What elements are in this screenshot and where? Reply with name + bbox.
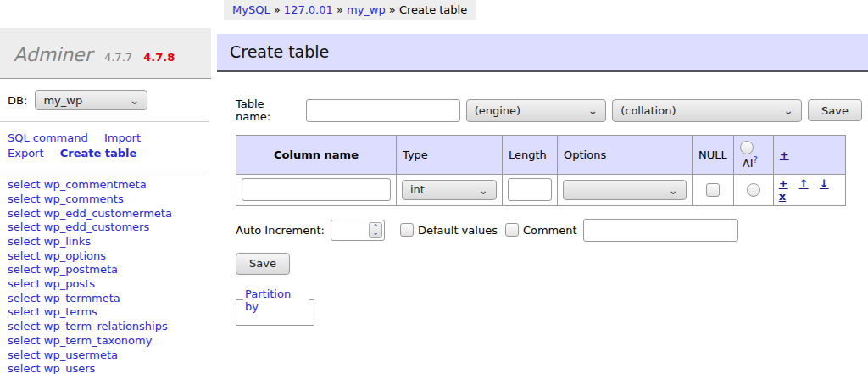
list-item: select wp_links xyxy=(8,235,217,249)
select-table-link[interactable]: select xyxy=(8,193,41,205)
header-null: NULL xyxy=(693,136,734,175)
chevron-down-icon: ⌄ xyxy=(668,186,678,194)
list-item: select wp_commentmeta xyxy=(8,178,217,193)
db-select-value: my_wp xyxy=(43,94,82,107)
default-values-checkbox[interactable] xyxy=(400,223,414,237)
list-item: select wp_terms xyxy=(8,305,217,320)
table-link[interactable]: wp_usermeta xyxy=(44,349,118,361)
table-list: select wp_commentmetaselect wp_commentss… xyxy=(0,178,217,374)
db-selector-row: DB: my_wp ⌄ xyxy=(0,79,209,122)
partition-fieldset: Partition by xyxy=(236,287,314,326)
header-options: Options xyxy=(558,136,693,175)
list-item: select wp_postmeta xyxy=(8,263,217,277)
breadcrumb-item[interactable]: my_wp xyxy=(347,3,386,16)
auto-increment-row: Auto Increment: ⌃ ⌄ Default values Comme… xyxy=(236,219,868,242)
column-name-input[interactable] xyxy=(242,178,391,201)
list-item: select wp_posts xyxy=(8,277,217,292)
table-link[interactable]: wp_users xyxy=(44,362,96,374)
ai-reset-radio[interactable] xyxy=(740,141,754,154)
move-up-icon[interactable]: ↑ xyxy=(799,177,809,190)
sidebar-item-create-table[interactable]: Create table xyxy=(60,147,137,159)
header-ai: AI? xyxy=(733,136,773,175)
default-values-label: Default values xyxy=(418,224,498,237)
sidebar-item-sql-command[interactable]: SQL command xyxy=(8,131,88,144)
chevron-down-icon: ⌄ xyxy=(587,106,598,114)
table-link[interactable]: wp_term_taxonomy xyxy=(44,334,153,347)
list-item: select wp_term_relationships xyxy=(8,320,217,334)
move-down-icon[interactable]: ↓ xyxy=(820,177,829,190)
sidebar-menu: SQL command Import Export Create table xyxy=(0,122,209,170)
column-options-select[interactable]: ⌄ xyxy=(563,180,687,200)
save-button-bottom[interactable]: Save xyxy=(236,253,290,275)
table-name-label: Table name: xyxy=(236,98,300,123)
header-type: Type xyxy=(397,136,503,175)
table-name-input[interactable] xyxy=(306,99,460,122)
number-spinner[interactable]: ⌃ ⌄ xyxy=(369,222,382,238)
null-checkbox[interactable] xyxy=(706,183,720,197)
page-title: Create table xyxy=(217,34,868,72)
list-item: select wp_edd_customermeta xyxy=(8,207,217,221)
select-table-link[interactable]: select xyxy=(8,207,41,220)
remove-column-icon[interactable]: x xyxy=(779,190,786,203)
comment-label: Comment xyxy=(523,224,577,237)
select-table-link[interactable]: select xyxy=(8,292,41,304)
sidebar: Adminer 4.7.7 4.7.8 DB: my_wp ⌄ SQL comm… xyxy=(0,0,217,374)
select-table-link[interactable]: select xyxy=(8,305,41,318)
select-table-link[interactable]: select xyxy=(8,178,41,191)
column-type-select[interactable]: int ⌄ xyxy=(402,180,497,200)
select-table-link[interactable]: select xyxy=(8,349,41,361)
select-table-link[interactable]: select xyxy=(8,220,41,233)
select-table-link[interactable]: select xyxy=(8,334,41,347)
ai-radio[interactable] xyxy=(747,183,760,197)
column-type-value: int xyxy=(410,183,425,196)
header-length: Length xyxy=(503,136,558,175)
select-table-link[interactable]: select xyxy=(8,263,41,276)
engine-select-value: (engine) xyxy=(475,104,520,117)
table-link[interactable]: wp_comments xyxy=(44,193,124,205)
ai-help-link[interactable]: ? xyxy=(753,155,757,165)
table-link[interactable]: wp_commentmeta xyxy=(44,178,147,191)
select-table-link[interactable]: select xyxy=(8,320,41,332)
db-select[interactable]: my_wp ⌄ xyxy=(35,90,147,110)
comment-input[interactable] xyxy=(583,219,738,242)
columns-table: Column name Type Length Options NULL AI?… xyxy=(236,135,846,206)
breadcrumb-item[interactable]: 127.0.01 xyxy=(284,3,333,16)
select-table-link[interactable]: select xyxy=(8,362,41,374)
sidebar-item-import[interactable]: Import xyxy=(104,131,141,144)
create-table-form: Table name: (engine) ⌄ (collation) ⌄ Sav… xyxy=(217,98,868,326)
column-length-input[interactable] xyxy=(508,178,552,201)
breadcrumb-item[interactable]: MySQL xyxy=(232,3,270,16)
table-link[interactable]: wp_term_relationships xyxy=(44,320,168,332)
breadcrumb-item: Create table xyxy=(399,3,467,16)
table-link[interactable]: wp_edd_customers xyxy=(44,220,149,233)
table-link[interactable]: wp_termmeta xyxy=(44,292,120,304)
sidebar-item-export[interactable]: Export xyxy=(8,147,44,159)
auto-increment-label: Auto Increment: xyxy=(236,224,325,237)
header-add: + xyxy=(773,136,845,175)
chevron-down-icon: ⌄ xyxy=(130,96,140,104)
save-button[interactable]: Save xyxy=(808,99,862,121)
select-table-link[interactable]: select xyxy=(8,235,41,248)
select-table-link[interactable]: select xyxy=(8,277,41,290)
add-column-link[interactable]: + xyxy=(780,148,789,161)
app-logo: Adminer 4.7.7 4.7.8 xyxy=(0,28,211,79)
columns-header-row: Column name Type Length Options NULL AI?… xyxy=(236,136,846,175)
table-link[interactable]: wp_postmeta xyxy=(44,263,118,276)
collation-select[interactable]: (collation) ⌄ xyxy=(612,99,802,122)
list-item: select wp_termmeta xyxy=(8,292,217,306)
table-link[interactable]: wp_links xyxy=(44,235,91,248)
table-link[interactable]: wp_terms xyxy=(44,305,97,318)
update-version-link[interactable]: 4.7.8 xyxy=(143,51,175,64)
engine-select[interactable]: (engine) ⌄ xyxy=(466,99,607,122)
table-link[interactable]: wp_posts xyxy=(44,277,95,290)
spinner-down-icon[interactable]: ⌄ xyxy=(373,230,379,236)
add-column-link[interactable]: + xyxy=(779,177,788,190)
table-link[interactable]: wp_edd_customermeta xyxy=(44,207,172,220)
table-link[interactable]: wp_options xyxy=(44,249,106,262)
list-item: select wp_edd_customers xyxy=(8,220,217,235)
list-item: select wp_comments xyxy=(8,193,217,207)
select-table-link[interactable]: select xyxy=(8,249,41,262)
comment-checkbox[interactable] xyxy=(505,223,519,237)
list-item: select wp_usermeta xyxy=(8,349,217,363)
partition-by-link[interactable]: Partition by xyxy=(245,287,291,313)
